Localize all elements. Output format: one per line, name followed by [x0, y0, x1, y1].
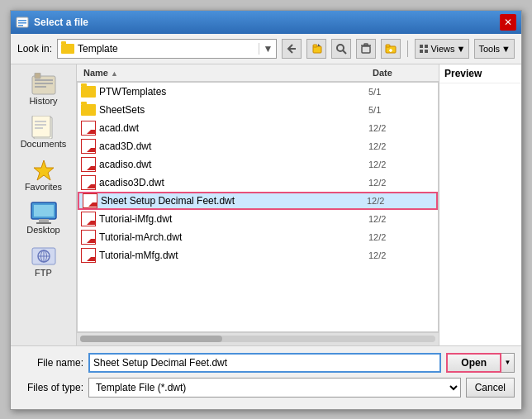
open-dropdown-arrow[interactable]: ▼: [501, 353, 515, 373]
svg-rect-31: [35, 127, 43, 129]
svg-point-6: [337, 45, 344, 51]
file-name-label: File name:: [17, 357, 83, 369]
file-name-cell: acad.dwt: [99, 122, 368, 134]
current-folder-text: Template: [78, 43, 118, 55]
sidebar-item-label-favorites: Favorites: [25, 182, 62, 192]
sidebar-item-history[interactable]: History: [15, 69, 73, 109]
file-name-cell: Tutorial-mMfg.dwt: [99, 250, 368, 261]
file-date-cell: 12/2: [368, 123, 435, 133]
table-row[interactable]: Tutorial-mMfg.dwt 12/2: [78, 246, 438, 264]
table-row[interactable]: Sheet Setup Decimal Feet.dwt 12/2: [78, 192, 438, 210]
file-date-cell: 12/2: [368, 214, 435, 224]
svg-rect-21: [35, 79, 53, 81]
svg-rect-5: [313, 45, 317, 47]
tools-button[interactable]: Tools ▼: [474, 39, 515, 59]
file-name-input[interactable]: [88, 353, 441, 373]
search-icon: [335, 43, 347, 55]
svg-rect-8: [362, 46, 370, 53]
sidebar-item-ftp[interactable]: FTP: [15, 241, 73, 281]
sidebar-item-desktop[interactable]: Desktop: [15, 198, 73, 238]
table-row[interactable]: SheetSets 5/1: [78, 101, 438, 119]
title-bar-left: Select a file: [16, 16, 88, 29]
svg-rect-2: [18, 22, 26, 24]
svg-rect-28: [32, 116, 50, 137]
col-date-header: Date: [369, 66, 435, 79]
views-arrow: ▼: [457, 44, 466, 54]
file-type-row: Files of type: Template File (*.dwt) Can…: [17, 378, 515, 398]
file-date-cell: 12/2: [368, 232, 435, 242]
back-button[interactable]: [282, 39, 302, 59]
dwt-icon: [83, 193, 97, 208]
look-in-combo[interactable]: Template ▼: [57, 39, 277, 59]
dwt-icon: [81, 139, 96, 154]
back-icon: [286, 43, 297, 55]
folder-icon: [81, 86, 96, 98]
close-button[interactable]: ✕: [500, 14, 516, 31]
scrollbar-thumb[interactable]: [80, 336, 222, 342]
sidebar-item-label-history: History: [29, 96, 57, 106]
combo-dropdown-arrow: ▼: [259, 43, 273, 55]
file-name-cell: acad3D.dwt: [99, 140, 368, 152]
scrollbar-track: [80, 336, 435, 342]
toolbar: Look in: Template ▼: [11, 34, 521, 64]
dialog-title: Select a file: [34, 17, 88, 28]
file-date-cell: 12/2: [368, 160, 435, 169]
svg-rect-36: [36, 222, 51, 224]
dwt-icon: [81, 230, 96, 245]
file-name-cell: Tutorial-iMfg.dwt: [99, 213, 368, 225]
table-row[interactable]: Tutorial-mArch.dwt 12/2: [78, 228, 438, 246]
open-button-group: Open ▼: [446, 353, 515, 373]
file-date-cell: 12/2: [368, 250, 435, 260]
sidebar-item-documents[interactable]: Documents: [15, 112, 73, 152]
toolbar-separator: [407, 40, 408, 57]
views-button[interactable]: Views ▼: [415, 39, 469, 59]
file-name-cell: SheetSets: [99, 104, 368, 116]
preview-area: Preview: [439, 64, 521, 345]
file-list-header: Name ▲ Date: [77, 64, 439, 82]
file-name-cell: PTWTemplates: [99, 86, 368, 98]
file-list[interactable]: PTWTemplates 5/1 SheetSets 5/1 acad.dwt …: [77, 82, 439, 332]
file-type-select[interactable]: Template File (*.dwt): [88, 378, 461, 398]
svg-rect-22: [35, 83, 53, 84]
svg-rect-23: [35, 86, 46, 88]
horizontal-scrollbar[interactable]: [77, 332, 439, 345]
svg-rect-18: [425, 50, 428, 53]
file-name-cell: acadiso3D.dwt: [99, 177, 368, 188]
file-type-label: Files of type:: [17, 382, 83, 393]
table-row[interactable]: acad.dwt 12/2: [78, 119, 438, 137]
table-row[interactable]: PTWTemplates 5/1: [78, 83, 438, 101]
file-name-cell: Tutorial-mArch.dwt: [99, 231, 368, 243]
search-button[interactable]: [331, 39, 351, 59]
title-bar: Select a file ✕: [11, 11, 521, 34]
svg-rect-1: [18, 20, 26, 21]
file-name-row: File name: Open ▼: [17, 353, 515, 373]
svg-rect-16: [425, 45, 428, 48]
cancel-button[interactable]: Cancel: [466, 378, 515, 398]
file-date-cell: 5/1: [368, 105, 435, 115]
file-name-cell: acadiso.dwt: [99, 159, 368, 170]
sidebar-item-label-ftp: FTP: [35, 268, 52, 278]
folder-icon: [81, 104, 96, 116]
table-row[interactable]: acadiso.dwt 12/2: [78, 155, 438, 174]
table-row[interactable]: Tutorial-iMfg.dwt 12/2: [78, 210, 438, 228]
dwt-icon: [81, 175, 96, 190]
svg-rect-10: [364, 44, 368, 45]
look-in-label: Look in:: [17, 43, 52, 55]
new-folder-button[interactable]: [381, 39, 401, 59]
delete-button[interactable]: [356, 39, 376, 59]
delete-icon: [360, 43, 372, 55]
svg-rect-34: [34, 205, 54, 217]
table-row[interactable]: acad3D.dwt 12/2: [78, 137, 438, 155]
sidebar-item-favorites[interactable]: Favorites: [15, 155, 73, 195]
open-button[interactable]: Open: [446, 353, 501, 373]
svg-marker-32: [34, 160, 54, 180]
ftp-icon: [31, 245, 57, 268]
main-area: History Documents: [11, 64, 521, 345]
svg-line-7: [343, 50, 346, 54]
file-name-cell: Sheet Setup Decimal Feet.dwt: [101, 195, 367, 207]
table-row[interactable]: acadiso3D.dwt 12/2: [78, 174, 438, 192]
file-select-dialog: Select a file ✕ Look in: Template ▼: [10, 10, 522, 410]
sidebar-item-label-documents: Documents: [21, 139, 67, 149]
up-button[interactable]: [306, 39, 326, 59]
preview-label: Preview: [439, 64, 521, 83]
